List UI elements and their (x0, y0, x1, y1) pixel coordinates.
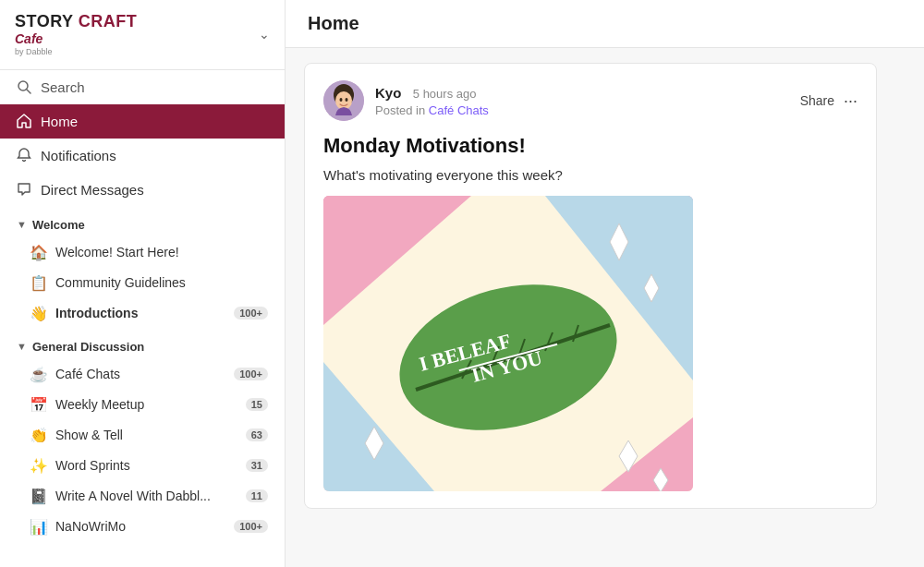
post-title: Monday Motivations! (323, 134, 857, 158)
section-welcome-label: Welcome (32, 218, 85, 232)
logo-craft: CRAFT (79, 12, 138, 30)
channel-name-welcome: Welcome! Start Here! (55, 245, 179, 259)
channel-name-guidelines: Community Guidelines (55, 275, 186, 290)
svg-point-6 (346, 98, 348, 102)
channel-write-novel[interactable]: 📓 Write A Novel With Dabbl... 11 (0, 481, 285, 512)
channel-emoji-meetup: 📅 (30, 396, 48, 414)
channel-emoji-cafe: ☕ (30, 366, 48, 383)
channel-name-introductions: Introductions (55, 306, 138, 320)
channel-community-guidelines[interactable]: 📋 Community Guidelines (0, 268, 285, 298)
message-icon (17, 182, 31, 197)
channel-emoji-guidelines: 📋 (30, 274, 48, 292)
home-icon (17, 114, 31, 128)
post-location: Posted in Café Chats (375, 103, 800, 117)
channel-emoji-show-tell: 👏 (30, 427, 48, 444)
channel-name-word-sprints: Word Sprints (55, 458, 130, 473)
post-body: What's motivating everyone this week? (323, 167, 857, 183)
channel-badge-show-tell: 63 (246, 428, 268, 441)
search-label: Search (41, 79, 85, 95)
channel-emoji-introductions: 👋 (30, 305, 48, 322)
channel-name-nano: NaNoWriMo (55, 519, 126, 534)
channel-word-sprints[interactable]: ✨ Word Sprints 31 (0, 451, 285, 481)
logo-area: STORY CRAFT Cafe by Dabble ⌄ (0, 0, 285, 70)
share-button[interactable]: Share (800, 93, 834, 108)
section-header-general[interactable]: ▼ General Discussion (0, 329, 285, 359)
main-title: Home (308, 13, 359, 33)
post-meta: Kyo 5 hours ago Posted in Café Chats (375, 85, 800, 117)
channel-badge-nano: 100+ (234, 520, 268, 533)
channel-emoji-welcome: 🏠 (30, 244, 48, 261)
channel-weekly-meetup[interactable]: 📅 Weekly Meetup 15 (0, 390, 285, 420)
logo-title: STORY CRAFT (15, 13, 137, 31)
logo-dabble: by Dabble (15, 47, 137, 56)
channel-badge-write-novel: 11 (246, 489, 268, 502)
logo-dropdown-button[interactable]: ⌄ (259, 27, 270, 42)
logo: STORY CRAFT Cafe by Dabble (15, 13, 137, 56)
channel-name-cafe: Café Chats (55, 367, 120, 381)
post-header: Kyo 5 hours ago Posted in Café Chats Sha… (323, 80, 857, 121)
channel-nanowrimo[interactable]: 📊 NaNoWriMo 100+ (0, 512, 285, 542)
svg-point-5 (340, 98, 343, 102)
channel-introductions[interactable]: 👋 Introductions 100+ (0, 298, 285, 329)
post-image: I BELEAF IN YOU (323, 196, 693, 491)
channel-emoji-word-sprints: ✨ (30, 457, 48, 475)
channel-emoji-nano: 📊 (30, 518, 48, 536)
channel-name-show-tell: Show & Tell (55, 428, 123, 442)
post-location-link[interactable]: Café Chats (429, 103, 489, 117)
channel-name-write-novel: Write A Novel With Dabbl... (55, 489, 211, 503)
bell-icon (17, 148, 31, 163)
home-nav-item[interactable]: Home (0, 104, 285, 139)
section-header-welcome[interactable]: ▼ Welcome (0, 207, 285, 237)
channel-badge-meetup: 15 (246, 398, 268, 411)
post-actions: Share ··· (800, 91, 857, 111)
post-author: Kyo (375, 85, 401, 101)
main-header: Home (286, 0, 924, 48)
channel-badge-introductions: 100+ (234, 307, 268, 320)
collapse-welcome-icon: ▼ (17, 219, 27, 230)
notifications-nav-item[interactable]: Notifications (0, 139, 285, 173)
channel-badge-cafe: 100+ (234, 368, 268, 380)
svg-line-1 (27, 90, 30, 93)
home-label: Home (41, 114, 78, 129)
search-nav-item[interactable]: Search (0, 70, 285, 104)
direct-messages-label: Direct Messages (41, 182, 144, 198)
more-options-button[interactable]: ··· (844, 91, 857, 111)
notifications-label: Notifications (41, 148, 116, 163)
direct-messages-nav-item[interactable]: Direct Messages (0, 173, 285, 207)
logo-story: STORY (15, 12, 79, 30)
post-time: 5 hours ago (413, 87, 477, 101)
channel-cafe-chats[interactable]: ☕ Café Chats 100+ (0, 359, 285, 390)
sidebar: STORY CRAFT Cafe by Dabble ⌄ Search Home (0, 0, 286, 567)
search-icon (17, 79, 31, 94)
collapse-general-icon: ▼ (17, 341, 27, 352)
channel-welcome-start[interactable]: 🏠 Welcome! Start Here! (0, 237, 285, 268)
avatar (323, 80, 364, 121)
channel-show-tell[interactable]: 👏 Show & Tell 63 (0, 420, 285, 451)
channel-badge-word-sprints: 31 (246, 459, 268, 472)
main-area: Home (286, 0, 924, 567)
channel-name-meetup: Weekly Meetup (55, 397, 144, 412)
post-card: Kyo 5 hours ago Posted in Café Chats Sha… (304, 63, 877, 509)
section-general-label: General Discussion (32, 340, 144, 354)
channel-emoji-write-novel: 📓 (30, 488, 48, 505)
content-area: Kyo 5 hours ago Posted in Café Chats Sha… (286, 48, 924, 567)
logo-cafe: Cafe (15, 31, 137, 46)
